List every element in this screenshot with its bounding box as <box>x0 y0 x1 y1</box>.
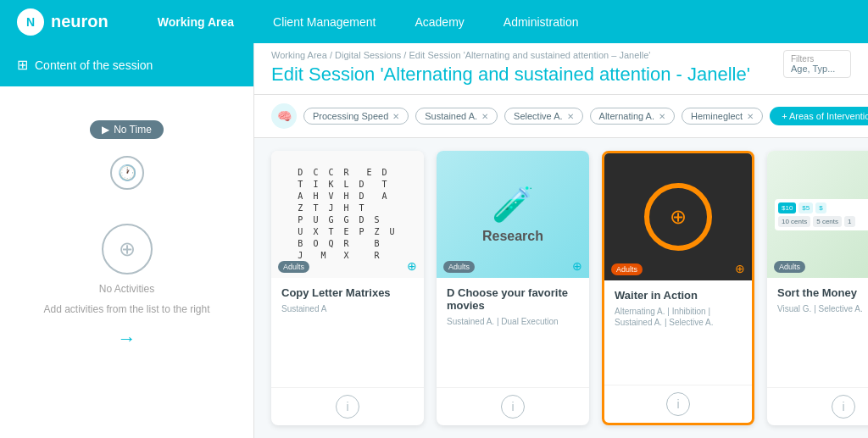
grid-icon: ⊞ <box>17 57 28 73</box>
add-areas-button[interactable]: + Areas of Interventio... <box>770 107 868 125</box>
flask-icon: 🧪 <box>492 185 534 225</box>
card-title-copy-letter: Copy Letter Matrixes <box>281 286 414 299</box>
card-title-sort-money: Sort the Money <box>777 286 868 299</box>
card-sort-money: $10 $5 $ 10 cents 5 cents 1 💵 <box>767 151 868 425</box>
link-icon-3: ⊕ <box>735 262 745 275</box>
money-chip-1c: 1 <box>844 216 854 227</box>
money-ui: $10 $5 $ 10 cents 5 cents 1 <box>775 199 868 230</box>
nav-client-management[interactable]: Client Management <box>266 12 382 32</box>
card-waiter-action: ⊕ Adults ⊕ Waiter in Action Alternating … <box>602 151 754 425</box>
link-icon-1: ⊕ <box>407 259 417 273</box>
breadcrumb-digital-sessions[interactable]: Digital Sessions <box>335 50 401 60</box>
filter-tag-selective[interactable]: Selective A. ✕ <box>504 108 582 125</box>
card-body-sort-money: Sort the Money Visual G. | Selective A. <box>767 278 868 387</box>
main-content: Working Area / Digital Sessions / Edit S… <box>254 43 868 438</box>
info-button-waiter[interactable]: i <box>666 392 690 416</box>
money-chip-5c: 5 cents <box>813 216 842 227</box>
filter-tag-close[interactable]: ✕ <box>392 112 399 121</box>
sort-money-visual: $10 $5 $ 10 cents 5 cents 1 💵 <box>767 151 868 278</box>
brain-icon: 🧠 <box>271 103 297 129</box>
info-button-copy-letter[interactable]: i <box>336 395 359 419</box>
filter-tags-row: 🧠 Processing Speed ✕ Sustained A. ✕ Sele… <box>254 95 868 138</box>
filter-tag-alternating[interactable]: Alternating A. ✕ <box>590 108 675 125</box>
card-footer-choose-movies: i <box>437 387 589 425</box>
add-activity-button[interactable]: ⊕ <box>102 224 153 274</box>
sidebar: ⊞ Content of the session ▶ No Time 🕐 ⊕ N… <box>0 43 254 438</box>
logo-text: neuron <box>51 12 108 31</box>
money-chip-5: $5 <box>798 202 813 213</box>
adults-badge-2: Adults <box>443 261 475 273</box>
card-copy-letter: D C C R E D T I K L D T A H V H D A Z T … <box>271 151 424 425</box>
breadcrumb-title-block: Working Area / Digital Sessions / Edit S… <box>271 50 750 94</box>
clock-icon: 🕐 <box>110 156 144 190</box>
card-footer-waiter: i <box>604 385 752 423</box>
filter-tag-label: Sustained A. <box>425 111 477 121</box>
nav-academy[interactable]: Academy <box>408 12 470 32</box>
filter-tag-close[interactable]: ✕ <box>659 112 665 121</box>
main-layout: ⊞ Content of the session ▶ No Time 🕐 ⊕ N… <box>0 43 868 438</box>
adults-badge-3: Adults <box>611 263 643 275</box>
logo-icon: N <box>17 8 44 36</box>
filter-tag-hemineglect[interactable]: Hemineglect ✕ <box>682 108 763 125</box>
filter-tag-sustained[interactable]: Sustained A. ✕ <box>415 108 498 125</box>
word-search-grid: D C C R E D T I K L D T A H V H D A Z T … <box>271 151 424 278</box>
filters-box[interactable]: Filters Age, Typ... <box>783 50 851 78</box>
page-title: Edit Session 'Alternating and sustained … <box>271 64 750 94</box>
card-image-copy-letter: D C C R E D T I K L D T A H V H D A Z T … <box>271 151 424 278</box>
money-chip-10: $10 <box>778 202 796 213</box>
waiter-visual: ⊕ <box>604 153 752 280</box>
info-button-choose-movies[interactable]: i <box>501 395 525 419</box>
card-subtitle-choose-movies: Sustained A. | Dual Execution <box>447 316 579 327</box>
breadcrumb-area: Working Area / Digital Sessions / Edit S… <box>254 43 868 95</box>
filter-tag-processing-speed[interactable]: Processing Speed ✕ <box>303 108 409 125</box>
card-body-choose-movies: D Choose your favorite movies Sustained … <box>437 278 589 387</box>
money-row-1: $10 $5 $ <box>778 202 868 213</box>
card-footer-copy-letter: i <box>271 387 424 425</box>
nav-working-area[interactable]: Working Area <box>151 12 241 32</box>
filter-tag-label: Alternating A. <box>599 111 654 121</box>
filter-tag-label: Processing Speed <box>313 111 388 121</box>
filter-tag-close[interactable]: ✕ <box>567 112 574 121</box>
sidebar-content: ▶ No Time 🕐 ⊕ No Activities Add activiti… <box>0 86 253 367</box>
card-title-waiter: Waiter in Action <box>615 289 742 302</box>
money-row-2: 10 cents 5 cents 1 <box>778 216 868 227</box>
money-chip-1: $ <box>815 202 826 213</box>
filters-label: Filters <box>791 54 843 64</box>
card-subtitle-sort-money: Visual G. | Selective A. <box>777 303 868 314</box>
breadcrumb-current: Edit Session 'Alternating and sustained … <box>409 50 650 60</box>
link-icon-2: ⊕ <box>572 259 582 273</box>
card-footer-sort-money: i <box>767 387 868 425</box>
cards-area: D C C R E D T I K L D T A H V H D A Z T … <box>254 138 868 438</box>
adults-badge-4: Adults <box>774 261 805 273</box>
right-arrow-icon: → <box>118 328 136 350</box>
card-image-waiter: ⊕ Adults ⊕ <box>604 153 752 280</box>
card-subtitle-copy-letter: Sustained A <box>281 303 414 314</box>
filter-tag-label: Hemineglect <box>691 111 743 121</box>
no-time-label: No Time <box>114 124 152 136</box>
filter-tag-close[interactable]: ✕ <box>747 112 754 121</box>
orange-ring-icon: ⊕ <box>644 183 712 251</box>
no-activities-title: No Activities <box>99 283 154 295</box>
nav-administration[interactable]: Administration <box>497 12 586 32</box>
money-chip-10c: 10 cents <box>778 216 810 227</box>
top-navigation: N neuron Working Area Client Management … <box>0 0 868 43</box>
triangle-icon: ▶ <box>102 124 109 136</box>
sidebar-title: Content of the session <box>35 58 153 72</box>
no-activities-desc: Add activities from the list to the righ… <box>43 303 209 315</box>
breadcrumb-working-area[interactable]: Working Area <box>271 50 327 60</box>
info-button-sort-money[interactable]: i <box>832 395 855 419</box>
card-choose-movies: 🧪 Research Adults ⊕ D Choose your favori… <box>437 151 589 425</box>
research-visual: 🧪 Research <box>437 151 589 278</box>
card-body-copy-letter: Copy Letter Matrixes Sustained A <box>271 278 424 387</box>
card-title-choose-movies: D Choose your favorite movies <box>447 286 579 312</box>
filter-tag-close[interactable]: ✕ <box>481 112 488 121</box>
word-grid-text: D C C R E D T I K L D T A H V H D A Z T … <box>298 167 397 262</box>
card-image-research: 🧪 Research Adults ⊕ <box>437 151 589 278</box>
adults-badge-1: Adults <box>278 261 309 273</box>
breadcrumb: Working Area / Digital Sessions / Edit S… <box>271 50 750 60</box>
card-image-sort-money: $10 $5 $ 10 cents 5 cents 1 💵 <box>767 151 868 278</box>
sidebar-header: ⊞ Content of the session <box>0 43 253 86</box>
no-time-badge: ▶ No Time <box>90 120 164 139</box>
card-subtitle-waiter: Alternating A. | Inhibition | Sustained … <box>615 306 742 328</box>
card-body-waiter: Waiter in Action Alternating A. | Inhibi… <box>604 280 752 385</box>
